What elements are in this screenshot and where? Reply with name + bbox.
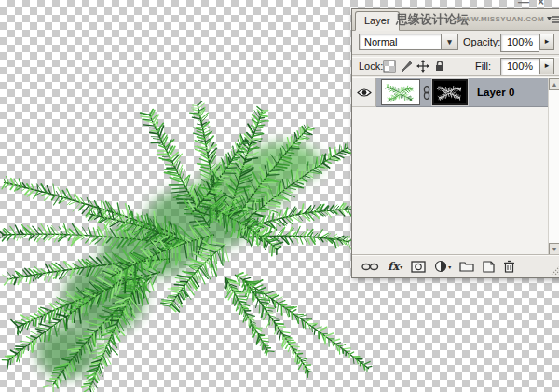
opacity-label: Opacity: (463, 36, 500, 47)
new-group-icon[interactable] (459, 261, 474, 272)
fill-label: Fill: (475, 61, 491, 72)
minimize-icon[interactable]: — (518, 0, 538, 8)
layer-mask-thumbnail[interactable] (432, 79, 468, 105)
chevron-down-icon[interactable]: ▾ (441, 34, 457, 49)
link-layers-icon[interactable] (361, 263, 379, 271)
window-controls: —× (518, 0, 552, 8)
lock-label: Lock: (359, 61, 383, 72)
watermark-url-text: WWW.MISSYUAN.COM (457, 15, 544, 23)
fill-input[interactable]: 100% (500, 58, 539, 76)
layer-row[interactable]: Layer 0 (352, 78, 550, 107)
photoshop-workspace: { "window": { "minimize_icon": "—", "clo… (0, 0, 559, 392)
mask-link-icon[interactable] (420, 86, 432, 100)
delete-layer-trash-icon[interactable] (503, 260, 515, 273)
layer-list: Layer 0 ▲ ▼ (352, 77, 559, 255)
layers-palette: Layer 思缘设计论坛 WWW.MISSYUAN.COM Normal ▾ O… (351, 8, 559, 278)
selected-layer-row[interactable]: Layer 0 (376, 78, 550, 107)
palette-tab-bar: Layer 思缘设计论坛 WWW.MISSYUAN.COM (352, 9, 559, 31)
lock-fill-row: Lock: Fill: 100% ▸ (352, 56, 559, 77)
opacity-slider-arrow-icon[interactable]: ▸ (539, 34, 554, 50)
lock-position-icon[interactable] (416, 60, 429, 73)
close-icon[interactable]: × (538, 0, 552, 8)
palette-footer: fx▾ ▾ (352, 254, 559, 277)
blend-opacity-row: Normal ▾ Opacity: 100% ▸ (352, 31, 559, 54)
new-layer-icon[interactable] (483, 261, 495, 273)
add-layer-mask-icon[interactable] (411, 261, 426, 273)
visibility-cell[interactable] (352, 78, 376, 107)
fill-slider-arrow-icon[interactable]: ▸ (539, 58, 554, 74)
tab-layers[interactable]: Layer (355, 11, 400, 31)
lock-all-icon[interactable] (433, 60, 446, 73)
lock-pixels-brush-icon[interactable] (400, 60, 413, 73)
blend-mode-value: Normal (364, 36, 397, 47)
layer-name[interactable]: Layer 0 (477, 87, 514, 98)
dill-plant-image (0, 0, 382, 392)
layer-style-icon[interactable]: fx▾ (388, 262, 402, 271)
layer-list-scrollbar[interactable]: ▲ ▼ (548, 78, 559, 255)
lock-transparency-icon[interactable] (383, 60, 396, 73)
opacity-input[interactable]: 100% (500, 34, 539, 52)
scroll-up-icon[interactable]: ▲ (549, 78, 559, 90)
blend-mode-dropdown[interactable]: Normal ▾ (359, 34, 458, 50)
adjustment-layer-icon[interactable]: ▾ (434, 260, 451, 273)
palette-menu-icon[interactable] (546, 14, 559, 25)
resize-grip-icon[interactable] (550, 264, 559, 276)
eye-icon[interactable] (357, 88, 372, 98)
layer-thumbnail[interactable] (381, 79, 420, 105)
